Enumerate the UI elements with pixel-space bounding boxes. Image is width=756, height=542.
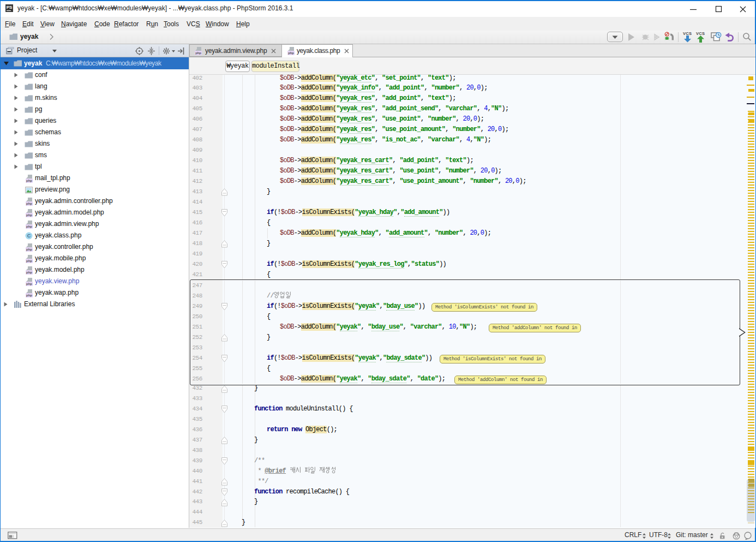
svg-text:php: php (26, 202, 32, 205)
svg-text:php: php (26, 294, 32, 297)
svg-text:php: php (26, 213, 32, 217)
svg-text:php: php (26, 271, 32, 274)
svg-text:php: php (26, 179, 32, 182)
svg-text:php: php (26, 282, 32, 285)
svg-text:php: php (195, 51, 201, 55)
svg-text:php: php (26, 259, 32, 263)
svg-text:php: php (26, 225, 32, 228)
svg-text:php: php (288, 51, 294, 55)
svg-text:C: C (27, 233, 31, 239)
svg-text:php: php (26, 248, 32, 251)
